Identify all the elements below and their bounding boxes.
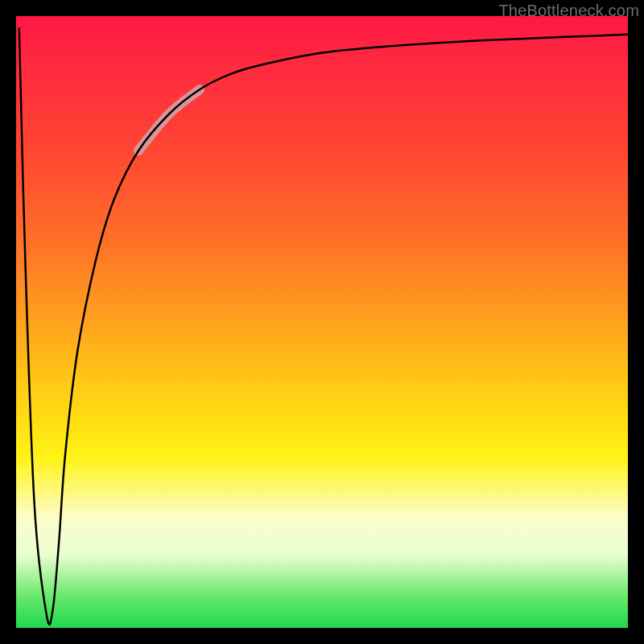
bottleneck-curve xyxy=(19,28,628,625)
attribution-text: TheBottleneck.com xyxy=(498,2,639,20)
curve-layer xyxy=(16,16,628,628)
plot-area xyxy=(16,16,628,628)
chart-container: TheBottleneck.com xyxy=(0,0,644,644)
curve-highlight-segment xyxy=(138,89,200,151)
